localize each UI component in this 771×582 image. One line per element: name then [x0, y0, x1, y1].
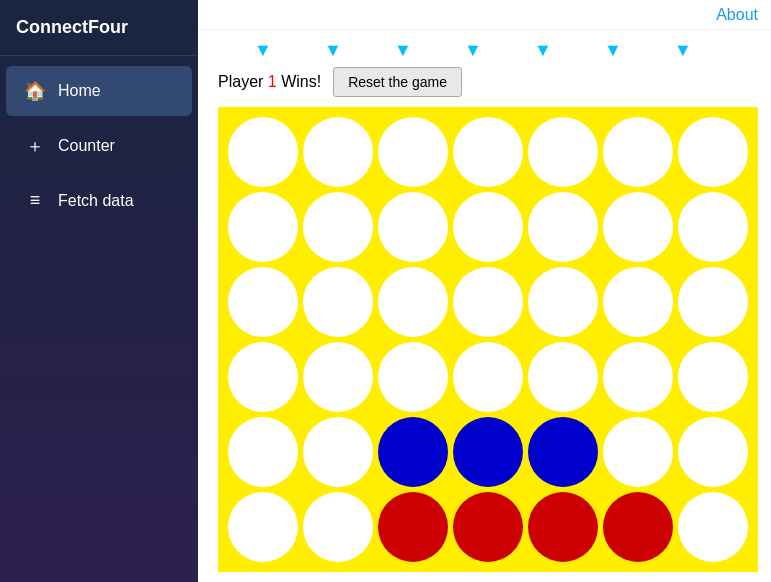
cell-0-6[interactable] — [678, 117, 748, 187]
player-number: 1 — [268, 73, 277, 90]
game-board — [218, 107, 758, 572]
cell-1-6[interactable] — [678, 192, 748, 262]
cell-3-6[interactable] — [678, 342, 748, 412]
drop-arrow-0[interactable]: ▼ — [228, 40, 298, 61]
sidebar: ConnectFour 🏠 Home ＋ Counter ≡ Fetch dat… — [0, 0, 198, 582]
cell-5-0[interactable] — [228, 492, 298, 562]
cell-3-4[interactable] — [528, 342, 598, 412]
home-icon: 🏠 — [24, 80, 46, 102]
cell-1-5[interactable] — [603, 192, 673, 262]
cell-5-1[interactable] — [303, 492, 373, 562]
drop-arrow-5[interactable]: ▼ — [578, 40, 648, 61]
cell-0-3[interactable] — [453, 117, 523, 187]
cell-1-3[interactable] — [453, 192, 523, 262]
cell-2-1[interactable] — [303, 267, 373, 337]
app-title: ConnectFour — [0, 0, 198, 56]
counter-icon: ＋ — [24, 134, 46, 158]
cell-3-0[interactable] — [228, 342, 298, 412]
cell-4-2[interactable] — [378, 417, 448, 487]
cell-5-5[interactable] — [603, 492, 673, 562]
cell-0-4[interactable] — [528, 117, 598, 187]
drop-arrow-1[interactable]: ▼ — [298, 40, 368, 61]
cell-3-2[interactable] — [378, 342, 448, 412]
cell-2-6[interactable] — [678, 267, 748, 337]
cell-4-1[interactable] — [303, 417, 373, 487]
cell-5-4[interactable] — [528, 492, 598, 562]
cell-5-3[interactable] — [453, 492, 523, 562]
cell-0-0[interactable] — [228, 117, 298, 187]
cell-3-3[interactable] — [453, 342, 523, 412]
about-link[interactable]: About — [716, 6, 758, 24]
cell-0-1[interactable] — [303, 117, 373, 187]
reset-button[interactable]: Reset the game — [333, 67, 462, 97]
cell-1-0[interactable] — [228, 192, 298, 262]
sidebar-item-label: Fetch data — [58, 192, 134, 210]
fetch-data-icon: ≡ — [24, 190, 46, 211]
cell-2-0[interactable] — [228, 267, 298, 337]
cell-1-4[interactable] — [528, 192, 598, 262]
drop-arrow-6[interactable]: ▼ — [648, 40, 718, 61]
cell-5-6[interactable] — [678, 492, 748, 562]
cell-3-5[interactable] — [603, 342, 673, 412]
sidebar-item-home[interactable]: 🏠 Home — [6, 66, 192, 116]
game-area: ▼ ▼ ▼ ▼ ▼ ▼ ▼ Player 1 Wins! Reset the g… — [198, 30, 771, 582]
drop-arrow-4[interactable]: ▼ — [508, 40, 578, 61]
cell-4-3[interactable] — [453, 417, 523, 487]
cell-4-4[interactable] — [528, 417, 598, 487]
cell-2-5[interactable] — [603, 267, 673, 337]
cell-3-1[interactable] — [303, 342, 373, 412]
cell-2-2[interactable] — [378, 267, 448, 337]
cell-0-5[interactable] — [603, 117, 673, 187]
cell-1-1[interactable] — [303, 192, 373, 262]
cell-2-3[interactable] — [453, 267, 523, 337]
sidebar-item-label: Home — [58, 82, 101, 100]
status-row: Player 1 Wins! Reset the game — [218, 67, 758, 97]
sidebar-nav: 🏠 Home ＋ Counter ≡ Fetch data — [0, 56, 198, 227]
cell-2-4[interactable] — [528, 267, 598, 337]
sidebar-item-counter[interactable]: ＋ Counter — [6, 120, 192, 172]
sidebar-item-label: Counter — [58, 137, 115, 155]
cell-4-6[interactable] — [678, 417, 748, 487]
drop-arrows-row: ▼ ▼ ▼ ▼ ▼ ▼ ▼ — [218, 40, 758, 61]
sidebar-item-fetch-data[interactable]: ≡ Fetch data — [6, 176, 192, 225]
cell-5-2[interactable] — [378, 492, 448, 562]
cell-4-0[interactable] — [228, 417, 298, 487]
drop-arrow-3[interactable]: ▼ — [438, 40, 508, 61]
game-status: Player 1 Wins! — [218, 73, 321, 91]
drop-arrow-2[interactable]: ▼ — [368, 40, 438, 61]
topbar: About — [198, 0, 771, 30]
main-content: About ▼ ▼ ▼ ▼ ▼ ▼ ▼ Player 1 Wins! Reset… — [198, 0, 771, 582]
cell-4-5[interactable] — [603, 417, 673, 487]
cell-0-2[interactable] — [378, 117, 448, 187]
cell-1-2[interactable] — [378, 192, 448, 262]
